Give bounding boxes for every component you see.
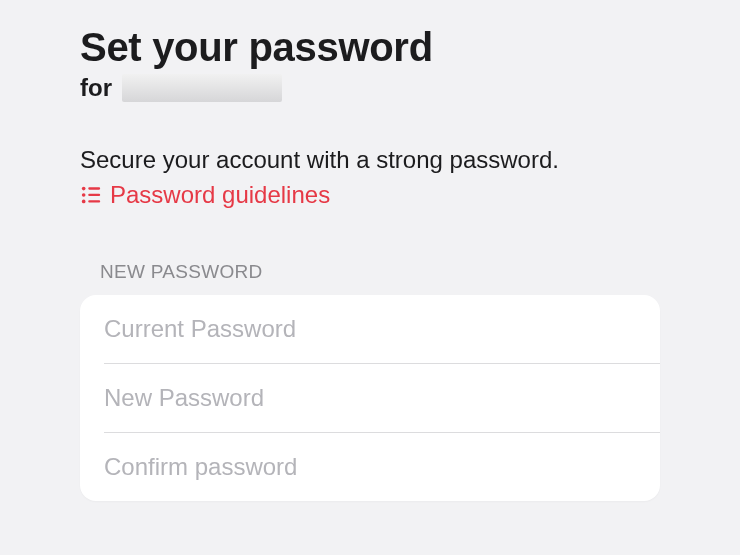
svg-rect-5 — [88, 200, 100, 202]
section-label: NEW PASSWORD — [100, 261, 660, 283]
svg-rect-3 — [88, 194, 100, 196]
svg-point-0 — [82, 187, 86, 191]
confirm-password-input[interactable] — [80, 433, 660, 501]
password-card — [80, 295, 660, 501]
subtitle-row: for — [80, 74, 660, 102]
for-label: for — [80, 74, 112, 102]
svg-point-4 — [82, 200, 86, 204]
new-password-input[interactable] — [80, 364, 660, 432]
guidelines-link-label: Password guidelines — [110, 181, 330, 209]
list-bullet-icon — [80, 184, 102, 206]
guidelines-link-row[interactable]: Password guidelines — [80, 181, 660, 209]
svg-rect-1 — [88, 187, 100, 189]
page-title: Set your password — [80, 24, 660, 70]
redacted-identifier — [122, 74, 282, 102]
description-text: Secure your account with a strong passwo… — [80, 144, 660, 175]
svg-point-2 — [82, 193, 86, 197]
current-password-input[interactable] — [80, 295, 660, 363]
